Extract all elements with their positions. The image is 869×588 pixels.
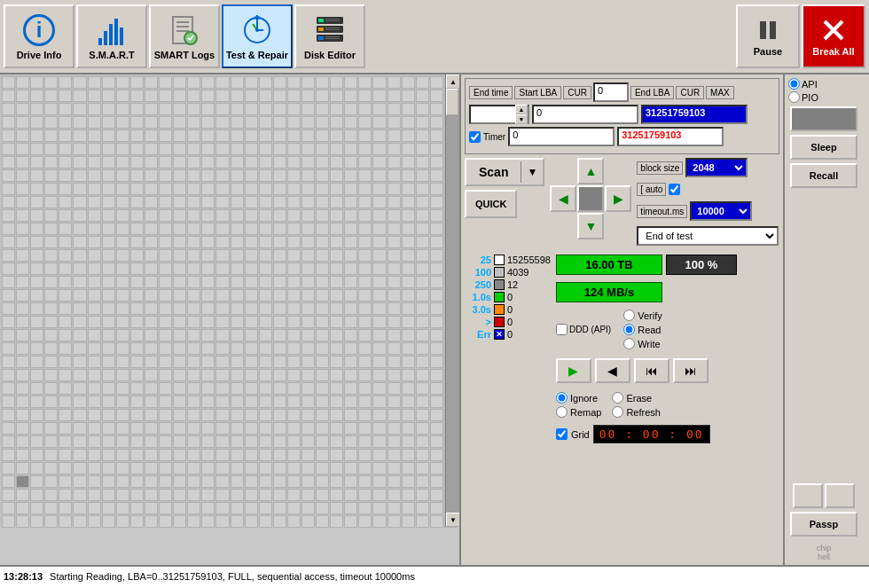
cur-value[interactable]: 0: [593, 82, 629, 102]
grid-cell: [215, 342, 229, 355]
start-lba-input[interactable]: 0: [532, 105, 638, 124]
grid-cell: [287, 156, 301, 169]
read-radio[interactable]: [623, 324, 635, 335]
pio-radio[interactable]: [788, 91, 800, 103]
api-radio[interactable]: [788, 78, 800, 90]
grid-cell: [372, 475, 386, 488]
grid-cell: [187, 169, 200, 182]
grid-cell: [402, 369, 415, 381]
passp-button[interactable]: Passp: [790, 512, 857, 537]
write-radio[interactable]: [623, 338, 635, 349]
pause-button[interactable]: Pause: [736, 4, 800, 68]
svg-rect-29: [325, 36, 340, 37]
timer-input[interactable]: 0: [508, 127, 615, 146]
grid-cell: [102, 103, 115, 115]
box-err: ✕: [494, 329, 505, 340]
grid-cell: [145, 369, 158, 381]
grid-cell: [159, 489, 172, 501]
side-sm-1[interactable]: [793, 483, 823, 508]
ddd-api-checkbox[interactable]: [556, 324, 568, 335]
remap-radio[interactable]: [556, 406, 568, 418]
scroll-up-button[interactable]: ▲: [446, 74, 460, 89]
ddd-api-label[interactable]: DDD (API): [556, 324, 611, 335]
recall-button[interactable]: Recall: [790, 163, 857, 188]
grid-cell: [245, 223, 258, 235]
grid-cell: [59, 143, 72, 155]
verify-radio[interactable]: [623, 310, 635, 321]
block-size-select[interactable]: 2048 512 4096: [685, 158, 748, 177]
pause-label: Pause: [754, 46, 782, 57]
time-up-button[interactable]: ▲: [515, 105, 528, 114]
end-lba-red[interactable]: 31251759103: [617, 127, 724, 146]
grid-cell: [245, 475, 258, 488]
label-25: 25: [465, 255, 491, 265]
grid-cell: [88, 169, 101, 182]
dir-center-button[interactable]: [577, 185, 604, 212]
grid-cell: [2, 489, 15, 501]
grid-cell: [145, 209, 158, 222]
grid-cell: [173, 289, 186, 302]
grid-cell: [215, 382, 229, 395]
ignore-label: Ignore: [570, 393, 598, 404]
disk-editor-button[interactable]: Disk Editor: [294, 4, 365, 68]
grid-cell: [259, 249, 272, 262]
side-sm-2[interactable]: [825, 483, 855, 508]
break-all-button[interactable]: Break All: [802, 4, 865, 68]
grid-cell: [416, 223, 429, 235]
dir-left-button[interactable]: ◀: [550, 185, 576, 212]
smart-logs-button[interactable]: SMART Logs: [149, 4, 220, 68]
sleep-button[interactable]: Sleep: [790, 135, 857, 160]
time-down-button[interactable]: ▼: [515, 114, 528, 124]
grid-cell: [44, 129, 58, 142]
auto-checkbox[interactable]: [669, 184, 680, 195]
grid-checkbox[interactable]: [556, 428, 568, 440]
timeout-select[interactable]: 10000 5000 30000: [690, 201, 752, 221]
grid-cell: [173, 435, 186, 448]
dir-up-button[interactable]: ▲: [577, 158, 604, 184]
grid-cell: [44, 329, 58, 341]
time-spinbox[interactable]: 12:00 ▲ ▼: [469, 105, 529, 124]
grid-cell: [116, 90, 129, 102]
timer-checkbox[interactable]: [469, 131, 481, 143]
svg-rect-3: [114, 19, 118, 45]
step-back-button[interactable]: ⏮: [634, 358, 669, 383]
grid-cell: [116, 502, 129, 514]
end-of-test-select[interactable]: End of test Shutdown Restart: [637, 226, 779, 246]
grid-cell: [388, 302, 401, 315]
scan-dropdown-arrow[interactable]: ▼: [521, 162, 543, 182]
step-fwd-button[interactable]: ⏭: [673, 358, 709, 383]
toolbar: i Drive Info S.M.A.R.T: [0, 0, 869, 74]
time-input[interactable]: 12:00: [471, 108, 515, 121]
scrollbar-thumb[interactable]: [446, 89, 458, 115]
scroll-down-button[interactable]: ▼: [446, 513, 460, 527]
end-lba-input[interactable]: 31251759103: [641, 105, 748, 124]
grid-cell: [187, 249, 200, 262]
dark-button-1[interactable]: [790, 106, 857, 131]
vertical-scrollbar[interactable]: ▲ ▼: [445, 74, 459, 527]
play-button[interactable]: ▶: [556, 358, 591, 383]
smart-button[interactable]: S.M.A.R.T: [76, 4, 147, 68]
grid-cell: [402, 103, 415, 115]
grid-cell: [44, 316, 58, 328]
grid-cell: [44, 156, 58, 169]
ignore-radio[interactable]: [556, 392, 568, 404]
test-repair-button[interactable]: Test & Repair: [222, 4, 293, 68]
grid-cell: [388, 435, 401, 448]
grid-cell: [16, 169, 29, 182]
grid-timer: 00 : 00 : 00: [593, 425, 710, 443]
grid-cell: [372, 183, 386, 195]
rewind-button[interactable]: ◀: [595, 358, 630, 383]
grid-cell: [344, 103, 357, 115]
dir-right-button[interactable]: ▶: [605, 185, 631, 212]
erase-radio[interactable]: [612, 392, 623, 404]
scan-button[interactable]: Scan ▼: [465, 158, 544, 186]
grid-cell: [330, 369, 343, 381]
drive-info-button[interactable]: i Drive Info: [4, 4, 74, 68]
refresh-radio[interactable]: [612, 406, 623, 418]
grid-cell: [231, 422, 244, 435]
grid-cell: [44, 369, 58, 381]
dir-down-button[interactable]: ▼: [577, 213, 604, 239]
grid-cell: [259, 116, 272, 129]
grid-cell: [145, 76, 158, 89]
quick-button[interactable]: QUICK: [465, 190, 517, 218]
